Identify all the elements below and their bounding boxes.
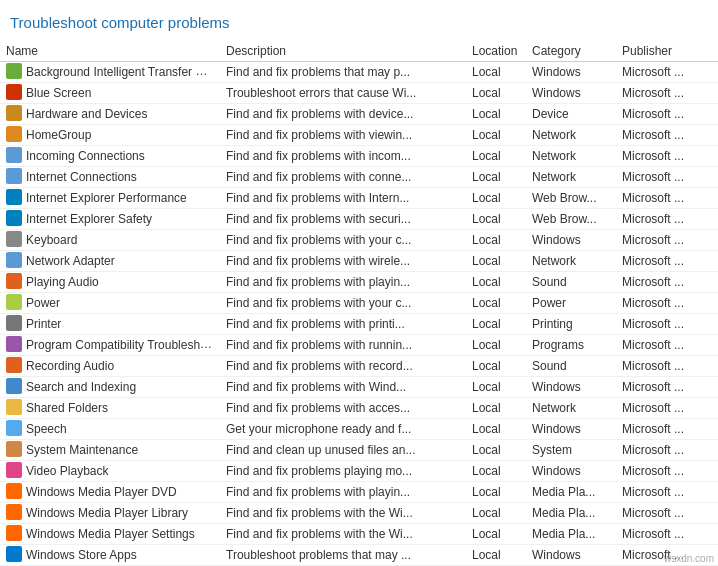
row-publisher: Microsoft ... [616, 524, 718, 545]
row-location: Local [466, 440, 526, 461]
table-row[interactable]: HomeGroupFind and fix problems with view… [0, 125, 718, 146]
row-category: Windows [526, 230, 616, 251]
bits-icon [6, 63, 22, 79]
row-name: Blue Screen [26, 86, 91, 100]
row-category: Windows [526, 419, 616, 440]
table-row[interactable]: Internet Explorer SafetyFind and fix pro… [0, 209, 718, 230]
row-location: Local [466, 188, 526, 209]
row-publisher: Microsoft ... [616, 272, 718, 293]
row-name: Shared Folders [26, 401, 108, 415]
row-description: Find and fix problems with playin... [220, 272, 466, 293]
watermark: wsxdn.com [664, 553, 714, 564]
row-publisher: Microsoft ... [616, 398, 718, 419]
row-category: Media Pla... [526, 524, 616, 545]
ie-icon [6, 210, 22, 226]
table-row[interactable]: Windows Store AppsTroubleshoot problems … [0, 545, 718, 566]
table-row[interactable]: KeyboardFind and fix problems with your … [0, 230, 718, 251]
search-icon [6, 378, 22, 394]
net-icon [6, 147, 22, 163]
table-row[interactable]: PrinterFind and fix problems with printi… [0, 314, 718, 335]
table-row[interactable]: Video PlaybackFind and fix problems play… [0, 461, 718, 482]
printer-icon [6, 315, 22, 331]
row-publisher: Microsoft ... [616, 356, 718, 377]
row-category: Windows [526, 83, 616, 104]
table-row[interactable]: Incoming ConnectionsFind and fix problem… [0, 146, 718, 167]
row-name: Windows Media Player Library [26, 506, 188, 520]
row-publisher: Microsoft ... [616, 482, 718, 503]
table-row[interactable]: Shared FoldersFind and fix problems with… [0, 398, 718, 419]
table-row[interactable]: Internet Explorer PerformanceFind and fi… [0, 188, 718, 209]
row-name: Playing Audio [26, 275, 99, 289]
row-category: System [526, 440, 616, 461]
row-name: Speech [26, 422, 67, 436]
row-description: Troubleshoot problems that may ... [220, 545, 466, 566]
row-description: Find and fix problems playing mo... [220, 461, 466, 482]
troubleshoot-table: Name Description Location Category Publi… [0, 41, 718, 566]
table-row[interactable]: PowerFind and fix problems with your c..… [0, 293, 718, 314]
row-name: Windows Store Apps [26, 548, 137, 562]
video-icon [6, 462, 22, 478]
row-publisher: Microsoft ... [616, 461, 718, 482]
table-row[interactable]: Hardware and DevicesFind and fix problem… [0, 104, 718, 125]
col-header-category[interactable]: Category [526, 41, 616, 62]
row-category: Network [526, 167, 616, 188]
row-category: Windows [526, 461, 616, 482]
row-description: Find and fix problems with acces... [220, 398, 466, 419]
row-location: Local [466, 251, 526, 272]
table-row[interactable]: Blue ScreenTroubleshoot errors that caus… [0, 83, 718, 104]
row-description: Find and fix problems with securi... [220, 209, 466, 230]
table-row[interactable]: SpeechGet your microphone ready and f...… [0, 419, 718, 440]
row-description: Find and fix problems with your c... [220, 293, 466, 314]
row-name: Program Compatibility Troubleshooter [26, 337, 220, 352]
row-name: Keyboard [26, 233, 77, 247]
shield-icon [6, 84, 22, 100]
row-location: Local [466, 503, 526, 524]
row-name: Background Intelligent Transfer Service [26, 64, 220, 79]
hw-icon [6, 105, 22, 121]
row-description: Find and fix problems with printi... [220, 314, 466, 335]
row-name: Internet Explorer Safety [26, 212, 152, 226]
row-location: Local [466, 524, 526, 545]
table-row[interactable]: System MaintenanceFind and clean up unus… [0, 440, 718, 461]
row-name: Incoming Connections [26, 149, 145, 163]
table-row[interactable]: Windows Media Player DVDFind and fix pro… [0, 482, 718, 503]
row-description: Find and fix problems with Wind... [220, 377, 466, 398]
row-description: Find and fix problems with Intern... [220, 188, 466, 209]
table-row[interactable]: Playing AudioFind and fix problems with … [0, 272, 718, 293]
row-description: Find and fix problems with your c... [220, 230, 466, 251]
row-publisher: Microsoft ... [616, 104, 718, 125]
col-header-location[interactable]: Location [466, 41, 526, 62]
row-description: Find and fix problems with incom... [220, 146, 466, 167]
col-header-description[interactable]: Description [220, 41, 466, 62]
wmp-icon [6, 504, 22, 520]
row-publisher: Microsoft ... [616, 146, 718, 167]
table-row[interactable]: Network AdapterFind and fix problems wit… [0, 251, 718, 272]
row-publisher: Microsoft ... [616, 230, 718, 251]
row-category: Windows [526, 62, 616, 83]
table-row[interactable]: Windows Media Player SettingsFind and fi… [0, 524, 718, 545]
row-category: Sound [526, 356, 616, 377]
row-name: Internet Explorer Performance [26, 191, 187, 205]
wmp-icon [6, 525, 22, 541]
main-container: Troubleshoot computer problems Name Desc… [0, 0, 718, 566]
table-row[interactable]: Background Intelligent Transfer ServiceF… [0, 62, 718, 83]
col-header-name[interactable]: Name [0, 41, 220, 62]
table-row[interactable]: Internet ConnectionsFind and fix problem… [0, 167, 718, 188]
table-row[interactable]: Recording AudioFind and fix problems wit… [0, 356, 718, 377]
row-category: Printing [526, 314, 616, 335]
row-location: Local [466, 314, 526, 335]
table-row[interactable]: Windows Media Player LibraryFind and fix… [0, 503, 718, 524]
sys-icon [6, 441, 22, 457]
row-publisher: Microsoft ... [616, 335, 718, 356]
table-row[interactable]: Program Compatibility TroubleshooterFind… [0, 335, 718, 356]
row-name: Windows Media Player Settings [26, 527, 195, 541]
row-description: Find and fix problems with the Wi... [220, 503, 466, 524]
row-publisher: Microsoft ... [616, 188, 718, 209]
col-header-publisher[interactable]: Publisher [616, 41, 718, 62]
row-location: Local [466, 482, 526, 503]
row-location: Local [466, 377, 526, 398]
row-location: Local [466, 293, 526, 314]
row-name: Network Adapter [26, 254, 115, 268]
row-description: Find and fix problems with conne... [220, 167, 466, 188]
table-row[interactable]: Search and IndexingFind and fix problems… [0, 377, 718, 398]
